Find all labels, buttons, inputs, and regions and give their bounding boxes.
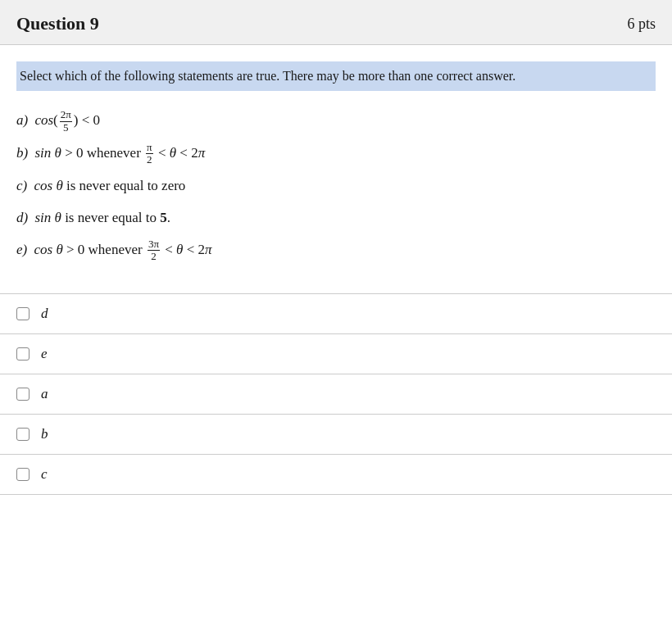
statement-a: a) cos(2π5) < 0 bbox=[16, 107, 656, 135]
answer-label-a: a bbox=[41, 386, 48, 402]
label-e: e) bbox=[16, 242, 27, 257]
instructions-text: Select which of the following statements… bbox=[16, 61, 656, 91]
statement-b: b) sin θ > 0 whenever π2 < θ < 2π bbox=[16, 140, 656, 168]
checkbox-a[interactable] bbox=[16, 388, 30, 401]
answer-label-c: c bbox=[41, 466, 48, 483]
question-title: Question 9 bbox=[16, 13, 99, 34]
checkbox-b[interactable] bbox=[16, 428, 30, 441]
question-body: Select which of the following statements… bbox=[0, 45, 672, 277]
label-a: a) bbox=[16, 112, 28, 128]
answer-row-e: e bbox=[0, 333, 672, 374]
answer-row-a: a bbox=[0, 374, 672, 414]
answer-label-e: e bbox=[41, 346, 48, 362]
answer-label-b: b bbox=[41, 426, 48, 442]
checkbox-e[interactable] bbox=[16, 347, 30, 361]
answer-options: d e a b c bbox=[0, 293, 672, 495]
header: Question 9 6 pts bbox=[0, 0, 672, 45]
checkbox-d[interactable] bbox=[16, 307, 30, 320]
answer-row-c: c bbox=[0, 454, 672, 495]
answer-row-d: d bbox=[0, 293, 672, 333]
label-b: b) bbox=[16, 145, 28, 161]
points-label: 6 pts bbox=[627, 16, 656, 33]
statement-c: c) cos θ is never equal to zero bbox=[16, 173, 656, 200]
answer-label-d: d bbox=[41, 306, 48, 322]
checkbox-c[interactable] bbox=[16, 468, 30, 481]
label-d: d) bbox=[16, 210, 28, 225]
statement-d: d) sin θ is never equal to 5. bbox=[16, 205, 656, 232]
answer-row-b: b bbox=[0, 414, 672, 454]
statement-e: e) cos θ > 0 whenever 3π2 < θ < 2π bbox=[16, 237, 656, 265]
label-c: c) bbox=[16, 178, 27, 193]
